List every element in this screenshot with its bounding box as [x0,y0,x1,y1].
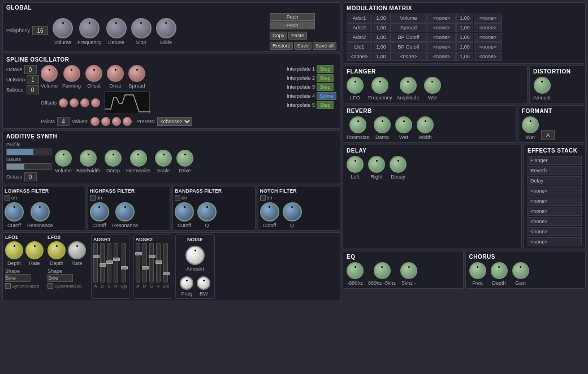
lfo2-sync-checkbox[interactable] [47,283,53,289]
chorus-depth-knob[interactable] [491,262,508,279]
stack-item-0[interactable]: Flanger [528,156,582,165]
global-detune-knob[interactable] [106,18,127,38]
eq-high-knob[interactable] [400,262,417,279]
interp-3-btn[interactable]: Step [317,83,334,91]
octave-input[interactable] [24,65,37,74]
lfo1-sync-checkbox[interactable] [5,283,11,289]
bp-cutoff-knob[interactable] [175,202,194,221]
flanger-lfo-knob[interactable] [347,77,364,94]
interp-1-btn[interactable]: Step [317,65,334,73]
mod-src-2[interactable]: Adsr2 [347,33,372,42]
add-damp-knob[interactable] [105,150,122,167]
reverb-damp-knob[interactable] [374,116,391,133]
offset-knob-3[interactable] [80,98,89,107]
stack-item-4[interactable]: <none> [528,197,582,206]
noise-amount-knob[interactable] [185,246,205,265]
mod-dest1-2[interactable]: BP Cutoff [390,33,427,42]
reverb-width-knob[interactable] [417,116,434,133]
mod-mod1-1[interactable]: <none> [427,23,456,32]
save-button[interactable]: Save [294,42,312,50]
adsr1-s-track[interactable] [107,243,111,282]
mod-amt1-1[interactable]: 1,00 [456,23,473,32]
formant-wet-knob[interactable] [522,116,539,133]
adsr2-slp-track[interactable] [163,243,168,282]
stack-item-6[interactable]: <none> [528,217,582,226]
mod-src-0[interactable]: Adsr1 [347,14,372,23]
flanger-freq-knob[interactable] [371,77,388,94]
add-drive-knob[interactable] [176,150,193,167]
lfo1-rate-knob[interactable] [25,241,44,259]
spline-spread-knob[interactable] [128,65,145,82]
additive-octave-input[interactable] [24,172,37,181]
hp-resonance-knob[interactable] [115,202,135,221]
stack-item-2[interactable]: Delay [528,176,582,185]
add-scale-knob[interactable] [155,150,172,167]
spline-panning-knob[interactable] [63,65,80,82]
notch-on-checkbox[interactable] [260,195,266,201]
lfo1-shape-input[interactable] [5,274,31,282]
stack-item-8[interactable]: <none> [528,237,582,246]
notch-cutoff-knob[interactable] [260,202,279,221]
distortion-amount-knob[interactable] [534,77,551,94]
mod-amt-0[interactable]: 1,00 [373,14,390,23]
mod-mod1-4[interactable]: <none> [427,52,456,61]
offset-knob-1[interactable] [59,98,68,107]
global-glide-knob[interactable] [156,18,176,38]
restore-button[interactable]: Restore [270,42,293,50]
eq-low-knob[interactable] [347,262,364,279]
mod-mod1-2[interactable]: <none> [427,33,456,42]
mod-src-3[interactable]: Lfo1 [347,42,372,51]
stack-item-7[interactable]: <none> [528,227,582,236]
lowpass-on-checkbox[interactable] [5,195,10,201]
lp-cutoff-knob[interactable] [5,202,24,221]
mod-amt-3[interactable]: 1,00 [373,42,390,51]
lp-resonance-knob[interactable] [31,202,50,221]
offset-knob-2[interactable] [70,98,79,107]
preset-display-bottom[interactable]: Poch [270,21,315,29]
lfo2-rate-knob[interactable] [68,241,86,259]
chorus-gain-knob[interactable] [512,262,529,279]
stack-item-1[interactable]: Reverb [528,166,582,175]
mod-amt1-4[interactable]: 1,00 [456,52,473,61]
adsr1-d-track[interactable] [100,243,105,282]
presets-select[interactable]: <choose> [157,117,192,126]
delay-right-knob[interactable] [368,156,385,173]
mod-mod1-0[interactable]: <none> [427,14,456,23]
global-slop-knob[interactable] [131,18,152,38]
lfo2-shape-input[interactable] [47,274,73,282]
eq-mid-knob[interactable] [374,262,391,279]
mod-src-4[interactable]: <none> [347,52,372,61]
bandpass-on-checkbox[interactable] [175,195,180,201]
flanger-amp-knob[interactable] [400,77,417,94]
points-input[interactable] [57,117,70,126]
mod-amt-1[interactable]: 1,00 [373,23,390,32]
spline-offset-knob[interactable] [85,65,102,82]
bp-q-knob[interactable] [197,202,217,221]
highpass-on-checkbox[interactable] [90,195,96,201]
mod-mod2-1[interactable]: <none> [474,23,502,32]
mod-amt-2[interactable]: 1,00 [373,33,390,42]
add-bandwidth-knob[interactable] [80,150,97,167]
delay-decay-knob[interactable] [390,156,407,173]
mod-mod2-4[interactable]: <none> [474,52,502,61]
interp-4-btn[interactable]: Spline [317,92,336,100]
interp-2-btn[interactable]: Step [317,74,334,82]
notch-q-knob[interactable] [283,202,302,221]
paste-button[interactable]: Paste [288,32,307,40]
unisono-input[interactable] [27,75,39,84]
formant-vowel-input[interactable] [541,130,555,140]
mod-mod1-3[interactable]: <none> [427,42,456,51]
copy-button[interactable]: Copy [270,32,287,40]
mod-amt1-3[interactable]: 1,00 [456,42,473,51]
mod-dest1-3[interactable]: BP Cutoff [390,42,427,51]
offset-knob-4[interactable] [91,98,100,107]
mod-mod2-3[interactable]: <none> [474,42,502,51]
mod-mod2-2[interactable]: <none> [474,33,502,42]
global-frequency-knob[interactable] [79,18,100,38]
reverb-wet-knob[interactable] [395,116,412,133]
reverb-roomsize-knob[interactable] [349,116,366,133]
adsr1-r-track[interactable] [114,243,118,282]
adsr1-a-track[interactable] [93,243,98,282]
global-volume-knob[interactable] [53,18,73,38]
lfo2-depth-knob[interactable] [47,241,66,259]
